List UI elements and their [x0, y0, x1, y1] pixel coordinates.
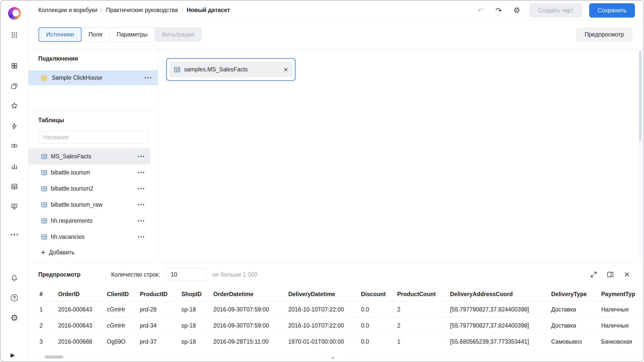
table-item-label: bibattle.tourism_raw [51, 201, 103, 208]
datalens-logo-icon[interactable] [8, 7, 21, 20]
table-item-menu-button[interactable] [138, 156, 144, 157]
table-grid-icon [41, 201, 48, 208]
undo-icon[interactable]: ↶ [475, 5, 486, 16]
cell: Og59O [102, 334, 135, 349]
cell: Самовывоз [546, 334, 596, 349]
preview-table: #OrderIDClientIDProductIDShopIDOrderDate… [34, 287, 643, 349]
tables-icon[interactable] [9, 181, 20, 192]
preview-table-wrap: #OrderIDClientIDProductIDShopIDOrderDate… [34, 287, 643, 349]
notifications-bell-icon[interactable] [9, 272, 20, 284]
charts-icon[interactable] [9, 161, 20, 172]
connection-item-sample-clickhouse[interactable]: Sample ClickHouse [28, 70, 158, 85]
table-item-menu-button[interactable] [138, 172, 144, 173]
cell: Наличные [596, 301, 643, 318]
panel-divider [28, 110, 158, 110]
cell: Доставка [546, 301, 596, 318]
canvas-vertical-scrollbar[interactable] [639, 50, 642, 261]
redo-icon[interactable]: ↷ [493, 5, 504, 16]
column-header: # [34, 287, 53, 301]
help-icon[interactable]: ? [9, 292, 20, 304]
dataset-settings-gear-icon[interactable]: ⚙ [511, 5, 522, 16]
preview-panel: Предпросмотр Количество строк: не больше… [28, 262, 643, 361]
breadcrumb-collections[interactable]: Коллекции и воркбуки [38, 7, 97, 14]
tab-parameters[interactable]: Параметры [109, 27, 155, 42]
create-chart-button[interactable]: Создать чарт [529, 3, 582, 18]
dataset-source-card[interactable]: samples.MS_SalesFacts × [166, 58, 296, 81]
question-mark-icon: ? [11, 294, 18, 301]
preview-toggle-button[interactable]: Предпросмотр [576, 27, 632, 42]
tab-filtering: Фильтрация [154, 27, 202, 42]
settings-gear-icon[interactable]: ⚙ [9, 312, 20, 324]
cell: 2 [392, 318, 445, 334]
preview-row: 22016-000643cGmHrprd-34sp-182016-09-30T0… [34, 318, 643, 334]
breadcrumb-workbook[interactable]: Практические руководства [106, 7, 178, 14]
close-preview-icon[interactable]: × [621, 269, 632, 280]
sources-canvas: samples.MS_SalesFacts × [158, 49, 643, 262]
table-item-menu-button[interactable] [138, 188, 144, 189]
cell: 2016-10-10T07:22:00 [283, 318, 356, 334]
table-item[interactable]: bibattle.tourism [28, 164, 150, 180]
connection-label: Sample ClickHouse [52, 74, 102, 81]
apps-grid-icon[interactable] [9, 29, 20, 41]
table-grid-icon [41, 185, 48, 192]
column-header: ClientID [102, 287, 135, 301]
cell: 0.0 [356, 318, 392, 334]
add-table-label: Добавить [49, 249, 75, 256]
table-search-input[interactable] [38, 131, 148, 144]
favorites-star-icon[interactable] [9, 100, 20, 111]
scroll-left-arrow-icon[interactable]: ◂ [331, 355, 334, 360]
table-grid-icon [41, 217, 48, 224]
tables-title: Таблицы [38, 117, 64, 124]
cell: 2016-09-28T15:11:00 [208, 334, 283, 349]
scrollbar-thumb[interactable] [639, 51, 642, 141]
table-item-menu-button[interactable] [138, 204, 144, 205]
connections-icon[interactable] [9, 120, 20, 132]
breadcrumb-current-dataset: Новый датасет [187, 7, 230, 14]
breadcrumb-separator: / [181, 7, 183, 14]
table-item[interactable]: bibattle.tourism2 [28, 180, 150, 197]
remove-source-button[interactable]: × [284, 66, 288, 73]
more-items-icon[interactable] [9, 229, 20, 240]
cell: 3 [34, 334, 53, 349]
column-header: OrderDatetime [208, 287, 283, 301]
column-header: OrderID [53, 287, 102, 301]
tab-sources[interactable]: Источники [38, 27, 82, 42]
dataset-tab-bar: ИсточникиПоляПараметрыФильтрация Предпро… [28, 20, 643, 49]
breadcrumb: Коллекции и воркбуки / Практические руко… [38, 7, 230, 14]
table-item[interactable]: bibattle.tourism_raw [28, 197, 150, 213]
table-item[interactable]: hh.requirements [28, 213, 150, 229]
preview-horizontal-scrollbar[interactable]: ◂ [34, 355, 637, 359]
cell: 2016-000643 [53, 301, 102, 318]
collections-icon[interactable] [9, 80, 20, 92]
rail-collapse-button[interactable]: ▶ [11, 352, 15, 358]
row-count-input[interactable] [166, 268, 207, 281]
expand-preview-icon[interactable] [588, 269, 599, 280]
connection-menu-button[interactable] [145, 77, 151, 78]
cell: 1 [34, 301, 53, 318]
tab-fields[interactable]: Поля [81, 27, 110, 42]
table-item[interactable]: hh.vacancies [28, 229, 150, 245]
tab-bar: ИсточникиПоляПараметрыФильтрация [39, 27, 202, 42]
cell: Наличные [596, 318, 643, 334]
save-button[interactable]: Сохранить [589, 3, 635, 18]
tables-list: MS_SalesFacts bibattle.tourism [28, 148, 158, 245]
table-item-menu-button[interactable] [138, 220, 144, 221]
table-item-label: MS_SalesFacts [51, 153, 91, 160]
dashboards-icon[interactable] [9, 60, 20, 72]
cell: [55.797790827,37.824400398] [445, 318, 546, 334]
cell: prd-34 [135, 318, 176, 334]
scrollbar-thumb[interactable] [45, 355, 63, 358]
add-table-button[interactable]: + Добавить [28, 245, 150, 260]
preview-header-row: #OrderIDClientIDProductIDShopIDOrderDate… [34, 287, 643, 301]
cell: prd-37 [135, 334, 176, 349]
table-item[interactable]: MS_SalesFacts [28, 148, 150, 164]
editor-monitor-icon[interactable] [9, 201, 20, 212]
cell: 1 [392, 334, 445, 349]
top-bar: Коллекции и воркбуки / Практические руко… [28, 1, 643, 20]
datasets-icon[interactable] [9, 140, 20, 152]
column-header: ShopID [176, 287, 208, 301]
side-panel-layout-icon[interactable] [605, 269, 616, 280]
table-item-menu-button[interactable] [138, 236, 144, 238]
cell: 2016-10-10T07:22:00 [283, 301, 356, 318]
cell: 0.0 [356, 301, 392, 318]
